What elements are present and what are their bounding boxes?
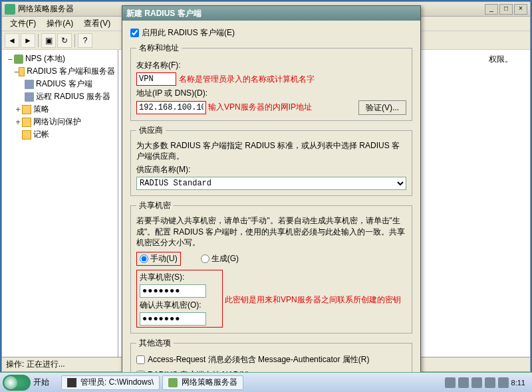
tray-network-icon[interactable] [485,377,495,388]
refresh-button[interactable]: ↻ [57,33,72,48]
shared-secret-legend: 共享机密 [136,200,174,211]
manual-radio[interactable] [140,254,148,263]
shared-secret-description: 若要手动键入共享机密，请单击"手动"。若要自动生成共享机密，请单击"生成"。配置… [136,215,406,248]
secret-input[interactable] [140,284,206,298]
tree-panel: −NPS (本地) −RADIUS 客户端和服务器 RADIUS 客户端 远程 … [2,50,118,357]
cmd-icon [67,378,76,387]
friendly-name-input[interactable] [136,72,176,86]
close-button[interactable]: × [514,4,527,15]
maximize-button[interactable]: □ [499,4,513,15]
vendor-group: 供应商 为大多数 RADIUS 客户端指定 RADIUS 标准，或从列表中选择 … [130,125,412,196]
taskbar-nps-task[interactable]: 网络策略服务器 [162,375,243,390]
vendor-description: 为大多数 RADIUS 客户端指定 RADIUS 标准，或从列表中选择 RADI… [136,140,406,161]
confirm-secret-label: 确认共享机密(O): [140,300,219,311]
dialog-title-bar: 新建 RADIUS 客户端 [122,6,420,21]
start-label: 开始 [33,377,49,388]
folder-icon [22,118,31,127]
secret-label: 共享机密(S): [140,272,219,283]
client-icon [25,80,34,89]
tray-icon[interactable] [458,377,469,388]
folder-icon [19,67,25,76]
verify-button[interactable]: 验证(V)... [358,100,406,115]
forward-button[interactable]: ► [21,33,35,48]
vendor-legend: 供应商 [136,125,166,136]
back-button[interactable]: ◄ [5,33,19,48]
tray-icon[interactable] [471,377,482,388]
nps-app-icon [5,4,15,15]
enable-radius-checkbox[interactable] [130,29,139,37]
generate-radio-wrap[interactable]: 生成(G) [201,252,239,266]
friendly-name-label: 友好名称(F): [136,60,406,71]
tree-remote-radius[interactable]: 远程 RADIUS 服务器 [5,90,115,103]
access-request-checkbox[interactable] [136,355,145,364]
vendor-name-label: 供应商名称(M): [136,164,406,175]
up-button[interactable]: ▣ [41,33,56,48]
tree-radius-group[interactable]: −RADIUS 客户端和服务器 [5,65,115,78]
system-tray: 8:11 [445,377,529,388]
dialog-title: 新建 RADIUS 客户端 [126,8,201,19]
address-input[interactable] [136,101,206,114]
taskbar: 开始 管理员: C:\Windows\ 网络策略服务器 8:11 [0,372,532,392]
folder-icon [22,105,31,114]
taskbar-cmd-task[interactable]: 管理员: C:\Windows\ [61,375,160,390]
tree-policies[interactable]: +策略 [5,103,115,116]
tray-icon[interactable] [445,377,456,388]
menu-file[interactable]: 文件(F) [5,17,41,31]
vendor-name-select[interactable]: RADIUS Standard [136,177,406,190]
name-address-group: 名称和地址 友好名称(F): 名称是管理员录入的名称或计算机名字 地址(IP 或… [130,43,412,121]
menu-view[interactable]: 查看(V) [78,17,116,31]
manual-radio-wrap[interactable]: 手动(U) [136,252,181,266]
menu-action[interactable]: 操作(A) [41,17,78,31]
start-orb-icon [4,376,17,389]
generate-radio[interactable] [201,254,209,263]
tree-root-nps[interactable]: −NPS (本地) [5,52,115,65]
enable-radius-label: 启用此 RADIUS 客户端(E) [142,27,235,39]
start-button[interactable] [3,375,31,391]
server-icon [25,92,34,102]
nps-icon [14,54,23,64]
ip-annotation: 输入VPN服务器的内网IP地址 [208,102,312,113]
help-button[interactable]: ? [78,33,92,48]
secret-annotation: 此密钥是用来和VPN服务器之间联系所创建的密钥 [225,294,401,306]
nps-icon [168,378,178,387]
taskbar-clock[interactable]: 8:11 [511,379,525,387]
tray-volume-icon[interactable] [498,377,509,388]
tree-accounting[interactable]: 记帐 [5,128,115,141]
folder-icon [22,130,31,140]
name-address-legend: 名称和地址 [136,43,182,54]
access-request-label: Access-Request 消息必须包含 Message-Authentica… [148,354,369,365]
new-radius-client-dialog: 新建 RADIUS 客户端 启用此 RADIUS 客户端(E) 名称和地址 友好… [122,5,421,374]
tree-nap[interactable]: +网络访问保护 [5,116,115,128]
shared-secret-group: 共享机密 若要手动键入共享机密，请单击"手动"。若要自动生成共享机密，请单击"生… [130,200,412,334]
name-annotation: 名称是管理员录入的名称或计算机名字 [179,74,315,85]
tree-radius-clients[interactable]: RADIUS 客户端 [5,78,115,90]
address-label: 地址(IP 或 DNS)(D): [136,88,406,99]
confirm-secret-input[interactable] [140,312,206,326]
minimize-button[interactable]: _ [485,4,498,15]
other-options-legend: 其他选项 [136,338,174,349]
status-text: 操作: 正在进行... [6,359,65,370]
